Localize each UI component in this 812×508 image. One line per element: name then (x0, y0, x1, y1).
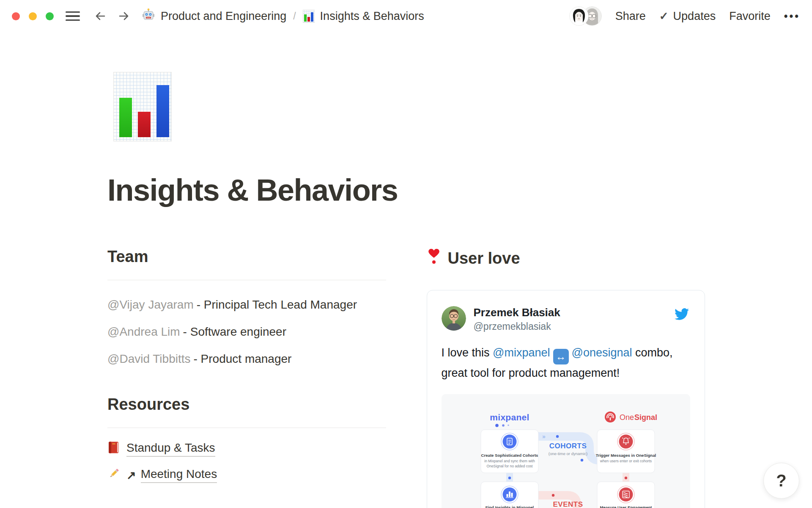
pencil-icon (107, 467, 120, 483)
breadcrumb-current-label: Insights & Behaviors (320, 10, 424, 23)
close-window-button[interactable] (12, 12, 20, 20)
page-body: Insights & Behaviors Team @Vijay Jayaram… (0, 72, 812, 508)
bar-chart-icon (303, 10, 315, 23)
tweet-author-name[interactable]: Przemek Błasiak (474, 306, 674, 319)
card-title: Measure User Engagement (600, 505, 652, 508)
member-role: - Product manager (194, 352, 292, 365)
mixpanel-logo: mixpanel (490, 412, 529, 422)
diagram-card-create-cohorts: Create Sophisticated Cohorts in Mixpanel… (481, 430, 538, 473)
twitter-bird-icon[interactable] (673, 307, 690, 323)
mixpanel-mention-link[interactable]: @mixpanel (493, 346, 550, 359)
breadcrumb-separator: / (293, 11, 296, 22)
team-heading: Team (107, 248, 386, 266)
sidebar-toggle-icon[interactable] (66, 11, 80, 21)
user-love-heading: User love (427, 248, 705, 269)
onesignal-logo-icon (605, 411, 616, 422)
back-arrow-icon[interactable] (93, 10, 107, 22)
breadcrumb-item-parent[interactable]: Product and Engineering (142, 8, 286, 25)
card-line: when users enter or exit cohorts (599, 459, 651, 463)
divider (107, 428, 386, 428)
left-column: Team @Vijay Jayaram- Principal Tech Lead… (107, 248, 386, 508)
team-member: @David Tibbitts- Product manager (107, 349, 386, 369)
breadcrumb: Product and Engineering / Insights & Beh… (142, 8, 424, 25)
diagram-card-trigger-messages: Trigger Messages in OneSignal when users… (595, 430, 656, 473)
tweet-author-handle: @przemekblasiak (474, 321, 674, 332)
onesignal-logo-signal: Signal (634, 413, 657, 422)
user-love-label: User love (448, 249, 520, 268)
meeting-notes-link[interactable]: Meeting Notes (141, 467, 217, 483)
user-mention[interactable]: @David Tibbitts (107, 352, 191, 365)
left-right-arrow-emoji: ↔ (553, 349, 569, 364)
team-member: @Vijay Jayaram- Principal Tech Lead Mana… (107, 295, 386, 315)
topbar: Product and Engineering / Insights & Beh… (0, 0, 812, 32)
divider (107, 280, 386, 280)
right-column: User love (427, 248, 705, 508)
cohorts-sublabel: (one-time or dynamic) (548, 451, 587, 456)
tweet-media-image[interactable]: » « mixpanel (442, 394, 691, 508)
card-line: OneSignal for no added cost (486, 464, 533, 468)
updates-button[interactable]: ✓ Updates (659, 10, 716, 23)
collaborator-avatar-1 (569, 6, 589, 26)
robot-icon (142, 8, 155, 25)
heart-exclamation-icon (427, 248, 441, 269)
resource-list: Standup & Tasks (107, 441, 386, 483)
forward-arrow-icon[interactable] (117, 10, 131, 22)
external-link-arrow-icon: ↗ (126, 469, 136, 482)
tweet-text-line2: great tool for product management! (442, 364, 691, 382)
card-title: Find Insights in Mixpanel (485, 505, 534, 508)
diagram-card-measure-engagement: Measure User Engagement with messages, t… (597, 482, 655, 508)
page-icon[interactable] (113, 72, 172, 141)
user-mention[interactable]: @Andrea Lim (107, 325, 180, 338)
window-controls (12, 12, 54, 20)
team-list: @Vijay Jayaram- Principal Tech Lead Mana… (107, 295, 386, 369)
more-options-button[interactable]: ••• (784, 10, 800, 22)
resource-link-row: Standup & Tasks (107, 441, 386, 457)
resources-heading: Resources (107, 395, 386, 414)
minimize-window-button[interactable] (29, 12, 37, 20)
share-button[interactable]: Share (615, 10, 646, 23)
updates-label: Updates (673, 10, 716, 23)
diagram-card-find-insights: Find Insights in Mixpanel with powerful … (481, 482, 538, 508)
tweet-author-avatar (442, 306, 466, 331)
page-title[interactable]: Insights & Behaviors (107, 174, 812, 207)
standup-tasks-link[interactable]: Standup & Tasks (126, 441, 215, 457)
cohorts-label: COHORTS (549, 442, 587, 450)
member-role: - Software engineer (183, 325, 286, 338)
collaborator-avatars[interactable] (569, 6, 602, 26)
tweet-embed: Przemek Błasiak @przemekblasiak I love t… (427, 290, 705, 508)
flow-chevrons-right: » (542, 433, 546, 440)
resource-link-row: ↗ Meeting Notes (107, 467, 386, 483)
team-member: @Andrea Lim- Software engineer (107, 322, 386, 342)
onesignal-logo-one: One (620, 413, 634, 422)
tweet-text-pre: I love this (442, 346, 493, 359)
member-role: - Principal Tech Lead Manager (197, 298, 357, 311)
favorite-button[interactable]: Favorite (729, 10, 771, 23)
onesignal-mention-link[interactable]: @onesignal (572, 346, 632, 359)
card-title: Trigger Messages in OneSignal (595, 453, 656, 458)
breadcrumb-item-current[interactable]: Insights & Behaviors (303, 10, 424, 23)
breadcrumb-parent-label: Product and Engineering (161, 10, 286, 23)
help-button[interactable]: ? (763, 463, 799, 499)
user-mention[interactable]: @Vijay Jayaram (107, 298, 194, 311)
check-icon: ✓ (659, 10, 669, 23)
card-line: in Mixpanel and sync them with (484, 459, 535, 463)
tweet-text-post: combo, (632, 346, 673, 359)
events-label: EVENTS (553, 500, 583, 508)
tweet-text: I love this @mixpanel↔@onesignal combo, … (442, 344, 691, 382)
card-title: Create Sophisticated Cohorts (481, 453, 538, 458)
red-book-icon (107, 441, 120, 457)
zoom-window-button[interactable] (46, 12, 54, 20)
